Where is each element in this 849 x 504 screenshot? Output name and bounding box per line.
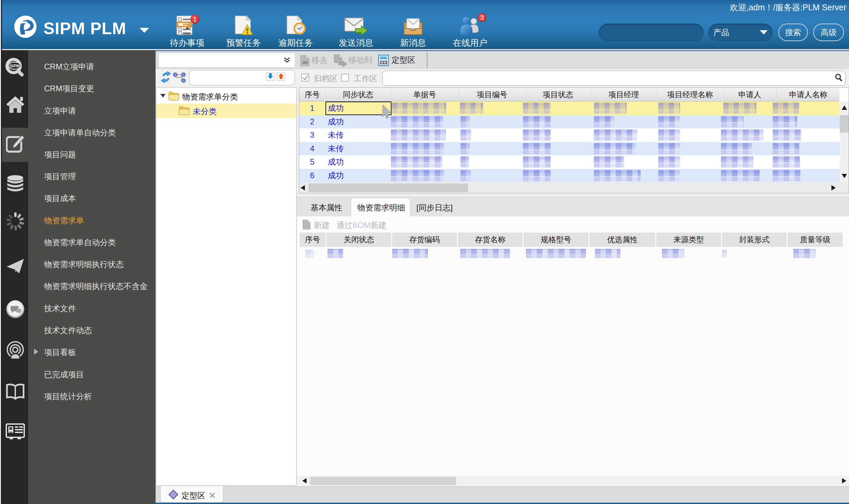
svg-text:SIPM: SIPM [9, 64, 20, 68]
